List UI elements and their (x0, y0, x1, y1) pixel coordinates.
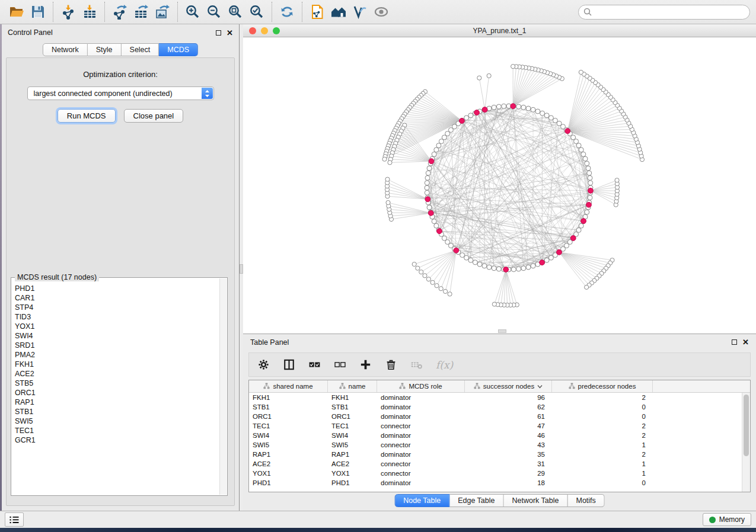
select-all-button[interactable] (308, 358, 321, 371)
graph-node[interactable] (553, 118, 557, 123)
column-header-mcds-role[interactable]: MCDS role (377, 380, 465, 392)
save-button[interactable] (27, 2, 49, 22)
mcds-graph-node[interactable] (557, 249, 562, 255)
table-cell[interactable]: 1 (552, 441, 653, 448)
table-cell[interactable]: TEC1 (249, 422, 328, 430)
mcds-result-item[interactable]: STB1 (12, 407, 219, 416)
tab-node-table[interactable]: Node Table (394, 494, 449, 507)
graph-node[interactable] (544, 258, 549, 262)
delete-button[interactable] (385, 358, 397, 371)
tab-network[interactable]: Network (43, 43, 88, 56)
mcds-result-item[interactable]: PHD1 (12, 284, 219, 293)
graph-node[interactable] (516, 267, 521, 271)
graph-node[interactable] (473, 260, 477, 265)
mcds-result-item[interactable]: RAP1 (12, 398, 219, 407)
table-cell[interactable]: ACE2 (328, 460, 377, 467)
search-input[interactable] (578, 5, 750, 20)
zoom-window-icon[interactable] (273, 27, 280, 34)
graph-node[interactable] (586, 166, 591, 171)
table-row[interactable]: RAP1RAP1dominator352 (249, 450, 750, 459)
table-row[interactable]: ORC1ORC1dominator610 (249, 412, 750, 421)
table-cell[interactable]: 2 (552, 432, 653, 439)
table-cell[interactable]: SWI4 (328, 432, 377, 439)
mcds-graph-node[interactable] (570, 236, 576, 241)
close-window-icon[interactable] (249, 27, 256, 34)
table-cell[interactable]: 47 (465, 422, 552, 430)
table-cell[interactable]: SWI4 (249, 432, 328, 439)
mcds-graph-node[interactable] (565, 129, 570, 134)
horizontal-splitter-handle[interactable] (498, 329, 506, 333)
graph-node[interactable] (540, 111, 545, 116)
tab-motifs[interactable]: Motifs (567, 494, 604, 507)
mcds-graph-node[interactable] (425, 197, 430, 202)
graph-node[interactable] (468, 258, 473, 262)
graph-node[interactable] (425, 175, 430, 180)
graph-node[interactable] (588, 181, 593, 185)
table-cell[interactable]: 46 (465, 432, 552, 439)
table-cell[interactable]: 96 (465, 394, 552, 401)
mcds-graph-node[interactable] (511, 104, 516, 109)
open-button[interactable] (6, 2, 27, 22)
graph-leaf-node[interactable] (386, 200, 390, 204)
table-cell[interactable]: dominator (377, 479, 465, 486)
graph-node[interactable] (526, 265, 531, 270)
table-cell[interactable]: FKH1 (328, 394, 377, 401)
graph-leaf-node[interactable] (423, 274, 427, 278)
graph-node[interactable] (531, 107, 535, 112)
tab-edge-table[interactable]: Edge Table (449, 494, 503, 507)
graph-node[interactable] (588, 175, 592, 180)
graph-leaf-node[interactable] (430, 280, 435, 284)
table-cell[interactable]: PHD1 (249, 479, 328, 486)
graph-node[interactable] (535, 109, 540, 114)
network-file-button[interactable] (307, 2, 328, 22)
graph-leaf-node[interactable] (382, 157, 387, 161)
graph-node[interactable] (588, 196, 592, 200)
graph-leaf-node[interactable] (511, 65, 515, 69)
mcds-graph-node[interactable] (586, 202, 592, 207)
graph-node[interactable] (464, 255, 469, 260)
mcds-graph-node[interactable] (437, 229, 442, 234)
graph-node[interactable] (432, 152, 436, 156)
tab-select[interactable]: Select (122, 43, 160, 56)
eye-button[interactable] (371, 2, 392, 22)
mcds-graph-node[interactable] (588, 188, 594, 193)
graph-node[interactable] (464, 116, 469, 120)
graph-node[interactable] (487, 265, 492, 270)
apply-style-button[interactable] (349, 2, 371, 22)
tab-style[interactable]: Style (88, 43, 122, 56)
table-cell[interactable]: ACE2 (249, 460, 328, 467)
graph-node[interactable] (426, 171, 430, 175)
table-cell[interactable]: SWI5 (328, 441, 377, 448)
network-canvas[interactable] (243, 37, 756, 334)
column-button[interactable] (283, 358, 295, 371)
deselect-all-button[interactable] (334, 358, 346, 371)
graph-node[interactable] (425, 185, 429, 190)
table-cell[interactable]: FKH1 (249, 394, 328, 401)
table-cell[interactable]: 2 (552, 394, 653, 401)
graph-node[interactable] (548, 116, 553, 120)
table-cell[interactable]: 2 (552, 451, 653, 458)
table-cell[interactable]: 35 (465, 451, 552, 458)
table-row[interactable]: SWI5SWI5connector431 (249, 440, 750, 450)
mcds-graph-node[interactable] (474, 110, 480, 116)
table-cell[interactable]: 43 (465, 441, 552, 448)
table-cell[interactable]: connector (377, 441, 465, 448)
refresh-button[interactable] (276, 2, 298, 22)
mcds-graph-node[interactable] (581, 219, 586, 224)
table-cell[interactable]: RAP1 (328, 451, 377, 458)
minimize-window-icon[interactable] (261, 27, 268, 34)
graph-leaf-node[interactable] (412, 262, 416, 266)
table-cell[interactable]: RAP1 (249, 451, 328, 458)
mcds-result-item[interactable]: YOX1 (12, 322, 219, 331)
graph-node[interactable] (585, 210, 589, 214)
table-row[interactable]: SWI4SWI4dominator462 (249, 431, 750, 440)
table-cell[interactable]: ORC1 (249, 413, 328, 420)
graph-node[interactable] (521, 266, 526, 271)
graph-leaf-node[interactable] (435, 284, 439, 288)
graph-node[interactable] (587, 171, 592, 175)
task-history-button[interactable] (5, 512, 24, 527)
graph-node[interactable] (579, 148, 583, 152)
table-scrollbar[interactable] (742, 393, 750, 492)
close-table-panel-icon[interactable]: ✕ (742, 339, 749, 345)
tab-mcds[interactable]: MCDS (159, 43, 198, 56)
